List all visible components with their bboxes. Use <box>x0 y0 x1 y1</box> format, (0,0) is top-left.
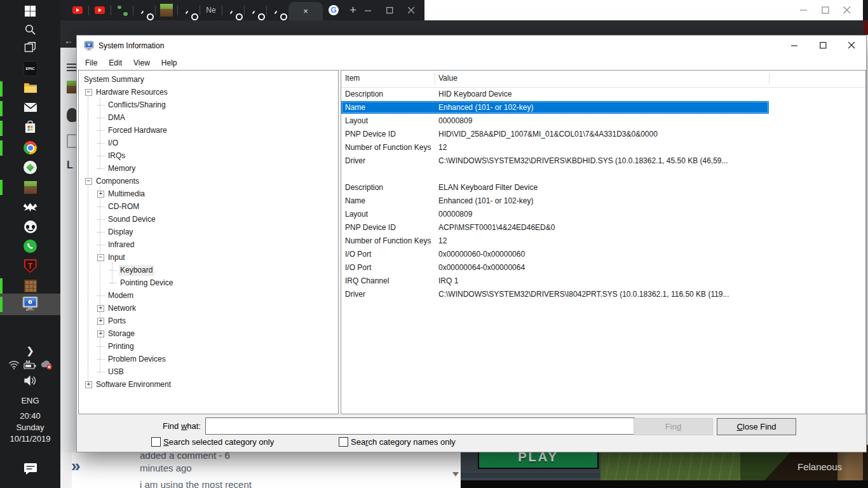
close-button[interactable] <box>837 36 866 55</box>
checkbox-box[interactable] <box>339 437 348 447</box>
page-scroll-down-arrow[interactable] <box>452 472 459 477</box>
tree-item-system-summary[interactable]: System Summary <box>80 73 337 86</box>
tree-item-pointing-device[interactable]: Pointing Device <box>80 276 337 289</box>
collapse-icon[interactable]: − <box>97 254 104 261</box>
taskbar-item-trove[interactable]: T <box>0 256 60 276</box>
find-button[interactable]: Find <box>634 418 713 435</box>
find-what-input[interactable] <box>205 417 635 435</box>
list-row-pnp-device-id[interactable]: PNP Device IDACPI\MSFT0001\4&24ED46ED&0 <box>341 221 865 234</box>
bg-maximize-button[interactable] <box>818 3 832 17</box>
tab-minecraft[interactable] <box>156 0 177 20</box>
taskbar-item-system-information[interactable] <box>0 294 60 315</box>
taskbar-item-bat[interactable] <box>0 197 60 217</box>
list-row-description[interactable]: DescriptionELAN Keyboard Filter Device <box>341 181 865 194</box>
tree-item-sound-device[interactable]: Sound Device <box>80 213 337 226</box>
tab-red-tv[interactable] <box>245 0 266 20</box>
tray-show-hidden-icons[interactable]: ❯ <box>0 345 60 356</box>
tree-item-input[interactable]: −Input <box>80 251 337 264</box>
chrome-close-button[interactable] <box>404 3 418 17</box>
tree-item-conflicts-sharing[interactable]: Conflicts/Sharing <box>80 98 337 111</box>
taskbar-item-epic-games[interactable]: EPIC <box>0 58 60 78</box>
list-row-i-o-port[interactable]: I/O Port0x00000060-0x00000060 <box>341 248 865 261</box>
tree-item-cd-rom[interactable]: CD-ROM <box>80 200 337 213</box>
taskbar-item-start[interactable] <box>0 3 60 22</box>
expand-icon[interactable]: + <box>85 381 92 388</box>
search-selected-category-checkbox[interactable]: Search selected category only <box>151 437 274 447</box>
taskbar-item-crafting-table[interactable] <box>0 276 60 295</box>
bg-minimize-button[interactable] <box>797 3 811 17</box>
list-row-number-of-function-keys[interactable]: Number of Function Keys12 <box>341 141 865 154</box>
chrome-maximize-button[interactable] <box>383 3 397 17</box>
tree-item-storage[interactable]: +Storage <box>80 327 337 340</box>
column-divider[interactable] <box>769 73 770 85</box>
column-header-item[interactable]: Item <box>345 74 360 83</box>
expand-icon[interactable]: + <box>97 191 104 198</box>
tree-item-usb[interactable]: USB <box>80 365 337 378</box>
expand-icon[interactable]: + <box>97 330 104 337</box>
tab-red-tv[interactable] <box>222 0 244 20</box>
taskbar-item-microsoft-store[interactable] <box>0 118 60 138</box>
tab-google[interactable]: G <box>323 0 344 20</box>
tab-ne[interactable]: Ne <box>200 0 222 20</box>
taskbar-item-mail[interactable] <box>0 98 60 118</box>
browser-back-icon[interactable]: ← <box>64 36 73 46</box>
tab-close-icon[interactable]: × <box>303 6 308 16</box>
battery-icon[interactable] <box>24 360 36 372</box>
tree-item-dma[interactable]: DMA <box>80 111 337 124</box>
tree-item-modem[interactable]: Modem <box>80 289 337 302</box>
tray-language-label[interactable]: ENG <box>0 396 60 405</box>
wifi-icon[interactable] <box>8 360 20 372</box>
tab-youtube[interactable] <box>89 0 111 20</box>
tree-item-memory[interactable]: Memory <box>80 162 337 175</box>
close-find-button[interactable]: Close Find <box>717 418 796 435</box>
list-row-layout[interactable]: Layout00000809 <box>341 114 865 128</box>
collapse-icon[interactable]: − <box>85 89 92 96</box>
tree-item-forced-hardware[interactable]: Forced Hardware <box>80 124 337 137</box>
page-expand-chevron[interactable]: » <box>71 456 78 476</box>
action-center-button[interactable] <box>0 460 60 477</box>
checkbox-box[interactable] <box>151 437 161 447</box>
list-row-name[interactable]: NameEnhanced (101- or 102-key) <box>341 101 865 114</box>
tree-item-network[interactable]: +Network <box>80 302 337 315</box>
tree-item-ports[interactable]: +Ports <box>80 315 337 327</box>
tab-youtube[interactable] <box>67 0 88 20</box>
onedrive-error-icon[interactable] <box>40 360 53 372</box>
taskbar-item-whatsapp[interactable] <box>0 236 60 256</box>
expand-icon[interactable]: + <box>97 305 104 312</box>
menu-file[interactable]: File <box>79 57 103 69</box>
list-row-name[interactable]: NameEnhanced (101- or 102-key) <box>341 194 865 208</box>
chrome-minimize-button[interactable] <box>361 3 375 17</box>
minimize-button[interactable] <box>780 36 809 55</box>
menu-edit[interactable]: Edit <box>103 57 128 69</box>
tray-clock-day[interactable]: Sunday <box>0 423 60 432</box>
taskbar-item-file-explorer[interactable] <box>0 79 60 98</box>
tray-clock-time[interactable]: 20:40 <box>0 411 60 421</box>
tab-red-tv[interactable] <box>133 0 155 20</box>
list-row-description[interactable]: DescriptionHID Keyboard Device <box>341 88 865 101</box>
tray-clock-date[interactable]: 10/11/2019 <box>0 434 60 444</box>
column-divider[interactable] <box>435 73 435 85</box>
tab-gray-tv[interactable] <box>178 0 200 20</box>
titlebar[interactable]: System Information <box>77 36 866 56</box>
column-header-value[interactable]: Value <box>438 74 458 83</box>
maximize-button[interactable] <box>809 36 837 55</box>
list-row-driver[interactable]: DriverC:\WINDOWS\SYSTEM32\DRIVERS\I8042P… <box>341 288 865 301</box>
tab-red-tv[interactable] <box>267 0 288 20</box>
menu-view[interactable]: View <box>128 57 156 69</box>
search-category-names-checkbox[interactable]: Search category names only <box>339 437 456 447</box>
tree-item-irqs[interactable]: IRQs <box>80 149 337 162</box>
taskbar-item-minecraft[interactable] <box>0 177 60 197</box>
tree-item-multimedia[interactable]: +Multimedia <box>80 187 337 200</box>
bg-close-button[interactable] <box>840 3 854 17</box>
taskbar-item-sims[interactable] <box>0 158 60 177</box>
new-tab-button[interactable]: + <box>349 3 356 17</box>
tree-item-printing[interactable]: Printing <box>80 340 337 353</box>
tab-active[interactable]: × <box>288 2 323 20</box>
taskbar-item-sans[interactable] <box>0 217 60 236</box>
tree-item-keyboard[interactable]: Keyboard <box>80 264 337 276</box>
taskbar-item-search[interactable] <box>0 21 60 41</box>
tree-item-display[interactable]: Display <box>80 226 337 238</box>
list-row-number-of-function-keys[interactable]: Number of Function Keys12 <box>341 234 865 248</box>
taskbar-item-task-view[interactable] <box>0 39 60 58</box>
list-row-i-o-port[interactable]: I/O Port0x00000064-0x00000064 <box>341 261 865 274</box>
